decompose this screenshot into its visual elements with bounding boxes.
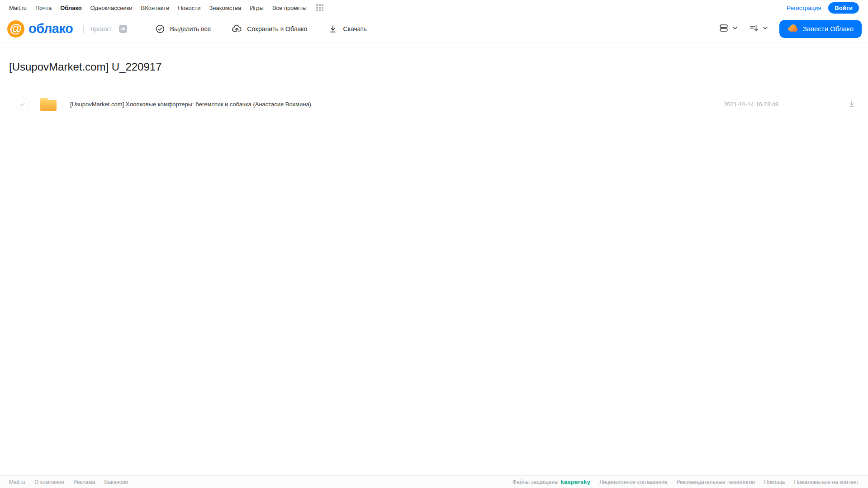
footer-link-report[interactable]: Пожаловаться на контент [794, 479, 859, 485]
logo-separator: | [82, 24, 85, 33]
project-label: проект [90, 25, 112, 33]
download-button[interactable]: Скачать [328, 24, 367, 34]
portal-nav-right: Регистрация Войти [787, 2, 859, 14]
row-download-icon[interactable] [847, 99, 856, 109]
vk-badge-icon: vk [119, 25, 127, 33]
file-row[interactable]: [UsupovMarket.com] Хлопковые комфортеры:… [0, 92, 868, 116]
header-right-controls: Завести Облако [719, 20, 862, 38]
cloud-header: @ облако | проект vk Выделить все Сохран… [0, 15, 868, 43]
create-cloud-label: Завести Облако [803, 25, 854, 33]
save-to-cloud-label: Сохранить в Облако [247, 25, 307, 33]
footer-link-recommendations[interactable]: Рекомендательные технологии [677, 479, 755, 485]
download-icon [328, 24, 338, 34]
sort-icon [749, 23, 759, 35]
protected-by-label: Файлы защищены [512, 479, 559, 485]
nav-link-odnoklassniki[interactable]: Одноклассники [90, 5, 133, 11]
cloud-logo-text: облако [28, 21, 73, 36]
footer-link-about[interactable]: О компании [34, 479, 64, 485]
nav-link-pochta[interactable]: Почта [35, 5, 52, 11]
cloud-upload-icon [232, 24, 242, 34]
select-all-label: Выделить все [170, 25, 211, 33]
row-checkbox[interactable] [15, 97, 29, 111]
cloud-orange-icon [787, 24, 798, 33]
chevron-down-icon [732, 25, 738, 33]
kaspersky-logo[interactable]: kaspersky [561, 479, 590, 485]
nav-link-novosti[interactable]: Новости [178, 5, 200, 11]
file-list: [UsupovMarket.com] Хлопковые комфортеры:… [0, 92, 868, 116]
check-circle-icon [155, 24, 165, 34]
view-mode-dropdown[interactable] [719, 23, 738, 35]
download-label: Скачать [343, 25, 367, 33]
portal-nav: Mail.ru Почта Облако Одноклассники ВКонт… [0, 0, 868, 15]
footer-link-help[interactable]: Помощь [764, 479, 785, 485]
mailru-at-icon: @ [7, 20, 24, 38]
list-view-icon [719, 23, 729, 35]
footer-link-license[interactable]: Лицензионное соглашение [599, 479, 667, 485]
select-all-button[interactable]: Выделить все [155, 24, 211, 34]
folder-icon [39, 96, 58, 112]
nav-link-vkontakte[interactable]: ВКонтакте [141, 5, 170, 11]
save-to-cloud-button[interactable]: Сохранить в Облако [232, 24, 307, 34]
create-cloud-button[interactable]: Завести Облако [779, 20, 862, 38]
portal-nav-links: Mail.ru Почта Облако Одноклассники ВКонт… [9, 4, 323, 11]
footer-left-links: Mail.ru О компании Реклама Вакансии [9, 479, 128, 485]
footer-link-mailru[interactable]: Mail.ru [9, 479, 25, 485]
footer: Mail.ru О компании Реклама Вакансии Файл… [0, 475, 868, 488]
registration-link[interactable]: Регистрация [787, 5, 821, 11]
chevron-down-icon [762, 25, 768, 33]
apps-grid-icon[interactable] [316, 4, 323, 11]
check-icon [19, 101, 26, 108]
nav-link-znakomstva[interactable]: Знакомства [209, 5, 241, 11]
nav-link-oblako[interactable]: Облако [60, 5, 82, 11]
nav-link-vse-proekty[interactable]: Все проекты [272, 5, 307, 11]
nav-link-mailru[interactable]: Mail.ru [9, 5, 27, 11]
page-title: [UsupovMarket.com] U_220917 [9, 61, 868, 73]
actions-toolbar: Выделить все Сохранить в Облако Скачать [155, 24, 367, 34]
login-button[interactable]: Войти [828, 2, 859, 14]
footer-link-ads[interactable]: Реклама [73, 479, 95, 485]
file-modified-date: 2021-10-14 16:23:48 [724, 101, 778, 108]
sort-dropdown[interactable] [749, 23, 768, 35]
footer-link-jobs[interactable]: Вакансии [104, 479, 128, 485]
file-name[interactable]: [UsupovMarket.com] Хлопковые комфортеры:… [70, 101, 311, 108]
footer-right-links: Файлы защищены kaspersky Лицензионное со… [512, 479, 859, 485]
cloud-logo[interactable]: @ облако | проект vk [7, 20, 127, 38]
nav-link-igry[interactable]: Игры [250, 5, 264, 11]
kaspersky-protection: Файлы защищены kaspersky [512, 479, 590, 485]
